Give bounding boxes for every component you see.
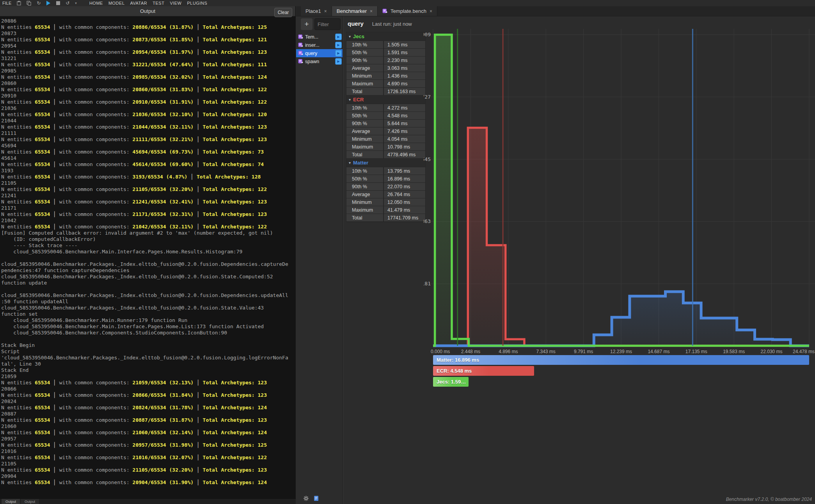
console-line: cloud_5853950046.Benchmarker.Main.Runner… [1, 317, 289, 324]
stat-value: 7.426 ms [384, 127, 425, 135]
bench-item-label: query [305, 51, 317, 56]
console-line: 20887 [1, 411, 289, 417]
console-line: N entities 65534 │ with common component… [1, 136, 289, 143]
svg-text:727: 727 [424, 94, 431, 100]
svg-text:909: 909 [424, 32, 431, 37]
menu-model[interactable]: MODEL [108, 1, 125, 5]
console-line: N entities 65534 │ with common component… [1, 186, 289, 193]
undo-icon[interactable]: ↺ [66, 0, 69, 6]
chevron-down-icon: ▾ [349, 97, 351, 102]
stats-row: Total17741.709 ms [346, 214, 425, 221]
run-benchmark-button[interactable]: ▶ [335, 50, 342, 57]
output-console[interactable]: 20886N entities 65534 │ with common comp… [0, 16, 296, 504]
stat-value: 1.591 ms [384, 49, 425, 56]
console-line: 20886 [1, 18, 289, 24]
run-benchmark-button[interactable]: ▶ [335, 34, 342, 40]
stat-label: Minimum [346, 72, 383, 80]
console-line: N entities 65534 │ with common component… [1, 392, 289, 398]
stats-row: Total1726.163 ms [346, 88, 425, 95]
stats-row: 10th %13.795 ms [346, 167, 425, 175]
console-line: 45694 [1, 143, 289, 149]
legend-bar-jecs[interactable]: Jecs: 1.591 ms [433, 377, 469, 387]
chevron-down-icon[interactable]: ▾ [75, 1, 77, 5]
stop-button[interactable] [56, 1, 60, 5]
console-line: N entities 65534 │ with common component… [1, 37, 289, 43]
output-dock-tab[interactable]: Output [21, 499, 39, 504]
clear-button[interactable]: Clear [274, 8, 292, 17]
console-line: N entities 65534 │ with common component… [1, 149, 289, 155]
console-line: N entities 65534 │ with common component… [1, 380, 289, 386]
tab-close-icon[interactable]: × [430, 9, 432, 14]
console-line: cloud_5853950046.Benchmarker.Components.… [1, 330, 289, 336]
tab-benchmarker[interactable]: Benchmarker× [332, 6, 378, 16]
docs-icon[interactable] [314, 495, 319, 503]
tab-label: Place1 [305, 8, 321, 14]
stat-label: Total [346, 88, 383, 95]
paste-icon[interactable] [17, 1, 21, 5]
stat-label: Average [346, 191, 383, 198]
copy-icon[interactable] [27, 1, 31, 5]
stat-label: Maximum [346, 80, 383, 87]
bench-script-icon [298, 59, 303, 64]
stat-value: 4.054 ms [384, 135, 425, 143]
panel-divider[interactable] [343, 16, 343, 504]
console-line: N entities 65534 │ with common component… [1, 199, 289, 205]
settings-gear-icon[interactable] [303, 495, 309, 503]
menu-plugins[interactable]: PLUGINS [187, 1, 208, 5]
histogram-chart: 1813635457279090.000 ms2.448 ms4.896 ms7… [424, 23, 815, 388]
bench-list-item-inser[interactable]: inser...▶ [296, 41, 343, 49]
menu-avatar[interactable]: AVATAR [130, 1, 147, 5]
console-line: Stack End [1, 367, 289, 373]
stats-section-header-jecs[interactable]: ▾Jecs [346, 32, 425, 41]
stats-row: Average26.764 ms [346, 191, 425, 198]
file-menu[interactable]: FILE [2, 1, 11, 5]
legend-bar-matter[interactable]: Matter: 16.896 ms [433, 355, 809, 365]
redo-icon[interactable]: ↻ [37, 0, 41, 6]
console-line [1, 286, 289, 292]
console-line: 20873 [1, 30, 289, 37]
console-line: N entities 65534 │ with common component… [1, 417, 289, 423]
tab-close-icon[interactable]: × [324, 9, 327, 14]
stat-value: 12.050 ms [384, 198, 425, 206]
console-line: N entities 65534 │ with common component… [1, 442, 289, 448]
tab-label: Benchmarker [337, 8, 367, 14]
console-line: cloud_5853950046.Benchmarker.Packages._I… [1, 261, 289, 274]
studio-toolbar: FILE ↻ ↺ ▾ HOMEMODELAVATARTESTVIEWPLUGIN… [0, 0, 815, 6]
bench-item-label: spawn [305, 59, 319, 64]
run-benchmark-button[interactable]: ▶ [335, 42, 342, 48]
filter-input[interactable] [314, 18, 341, 30]
legend-bar-ecr[interactable]: ECR: 4.548 ms [433, 366, 534, 376]
console-line: cloud_5853950046.Benchmarker.Main.Interf… [1, 324, 289, 330]
play-button[interactable] [46, 1, 51, 5]
stats-section-header-ecr[interactable]: ▾ECR [346, 95, 425, 104]
tab-template-bench[interactable]: Template.bench× [378, 6, 437, 16]
svg-text:363: 363 [424, 218, 431, 224]
stats-row: Average3.063 ms [346, 64, 425, 72]
stats-row: 50th %16.896 ms [346, 175, 425, 182]
stat-value: 4778.496 ms [384, 151, 425, 158]
output-panel-header[interactable]: Output ▾ × [0, 6, 295, 16]
console-line: N entities 65534 │ with common component… [1, 62, 289, 68]
console-line: N entities 65534 │ with common component… [1, 211, 289, 218]
bench-list-item-spawn[interactable]: spawn▶ [296, 57, 343, 65]
tab-close-icon[interactable]: × [370, 9, 373, 14]
stats-section-header-matter[interactable]: ▾Matter [346, 159, 425, 167]
stats-section-name: ECR [353, 97, 364, 103]
bench-list-item-tem[interactable]: Tem...▶ [296, 33, 343, 41]
add-benchmark-button[interactable]: + [301, 18, 313, 30]
output-dock-tab[interactable]: Output [2, 499, 20, 504]
stat-value: 10.798 ms [384, 143, 425, 150]
bench-list-item-query[interactable]: query▶ [296, 49, 343, 57]
run-benchmark-button[interactable]: ▶ [335, 58, 342, 65]
console-line: N entities 65534 │ with common component… [1, 454, 289, 461]
tab-place1[interactable]: Place1× [301, 6, 332, 16]
menu-test[interactable]: TEST [153, 1, 164, 5]
menu-view[interactable]: VIEW [170, 1, 181, 5]
menu-home[interactable]: HOME [89, 1, 103, 5]
last-run-label: Last run: just now [372, 21, 412, 27]
stats-row: Maximum4.690 ms [346, 80, 425, 87]
output-dock-tabs: OutputOutput [0, 499, 296, 504]
console-line: N entities 65534 │ with common component… [1, 111, 289, 118]
console-line: N entities 65534 │ with common component… [1, 224, 289, 230]
svg-text:19.583 ms: 19.583 ms [723, 349, 745, 354]
